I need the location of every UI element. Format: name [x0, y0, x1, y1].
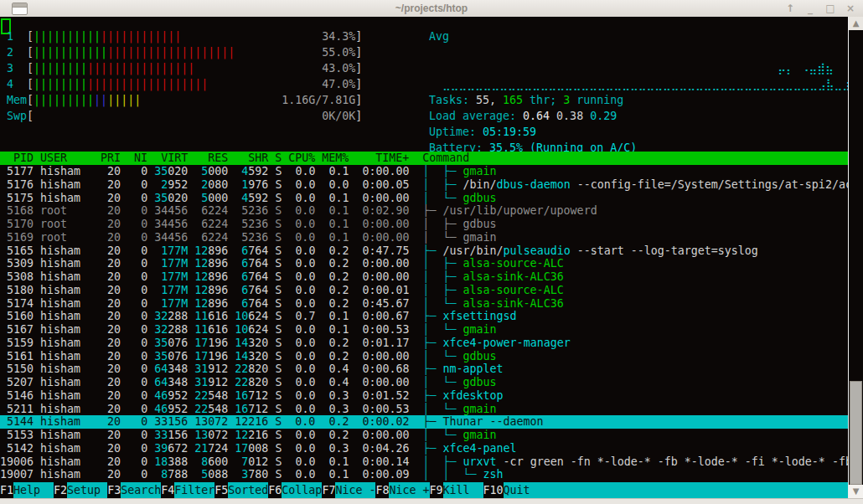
- scrollbar[interactable]: ▲ ▼: [848, 17, 863, 498]
- command-name: gdbus: [463, 350, 497, 363]
- fkey-f9[interactable]: F9: [430, 482, 443, 498]
- tree-branch: │ │ └─: [423, 468, 483, 481]
- fkey-label-sorted[interactable]: Sorted: [228, 482, 268, 498]
- window-title: ~/projects/htop: [0, 3, 863, 14]
- command-name: xfce4-power-manager: [443, 337, 571, 349]
- command-args: --daemon: [483, 415, 544, 428]
- table-row[interactable]: 5175 hisham 20 0 35020 5000 4592 S 0.0 0…: [0, 192, 848, 205]
- fkey-label-setup[interactable]: Setup: [67, 482, 107, 498]
- close-button[interactable]: ×: [845, 0, 856, 17]
- fkey-f1[interactable]: F1: [0, 482, 13, 498]
- command-args: -cr green -fn *-lode-* -fb *-lode-* -fi …: [497, 455, 848, 468]
- fkey-f7[interactable]: F7: [322, 482, 335, 498]
- table-row[interactable]: 5168 root 20 0 34456 6224 5236 S 0.0 0.1…: [0, 204, 848, 218]
- tree-branch: ├─: [423, 337, 443, 349]
- command-name: alsa-source-ALC: [463, 257, 564, 270]
- table-row[interactable]: 5153 hisham 20 0 33156 13072 12216 S 0.0…: [0, 429, 848, 442]
- window-icon: [12, 3, 28, 15]
- tree-branch: │ └─: [423, 297, 463, 310]
- table-row[interactable]: 5180 hisham 20 0 177M 12896 6764 S 0.0 0…: [0, 284, 848, 297]
- fkey-label-help[interactable]: Help: [13, 482, 54, 498]
- fkey-f2[interactable]: F2: [54, 482, 67, 498]
- table-row[interactable]: 5207 hisham 20 0 64348 31912 22820 S 0.0…: [0, 376, 848, 389]
- scrollbar-thumb[interactable]: [850, 381, 862, 485]
- table-row[interactable]: 19007 hisham 20 0 8788 5088 3780 S 0.0 0…: [0, 468, 848, 481]
- table-row[interactable]: 5161 hisham 20 0 35076 17196 14320 S 0.0…: [0, 350, 848, 363]
- terminal-content: 1 [|||||||||||||||||||||| 34.3%] 2 [||||…: [0, 17, 848, 498]
- load-average-line: Load average: 0.64 0.38 0.29: [429, 108, 848, 124]
- meter-1: 1 [|||||||||||||||||||||| 34.3%]: [0, 28, 362, 44]
- fkey-label-quit[interactable]: Quit: [504, 482, 544, 498]
- command-name: alsa-sink-ALC36: [463, 297, 564, 310]
- tree-branch: │ ├─: [423, 178, 463, 191]
- fkey-f10[interactable]: F10: [483, 482, 504, 498]
- table-row[interactable]: 5176 hisham 20 0 2952 2080 1976 S 0.0 0.…: [0, 178, 848, 192]
- table-row[interactable]: 5308 hisham 20 0 177M 12896 6764 S 0.0 0…: [0, 270, 848, 284]
- tree-branch: │ ├─: [422, 218, 463, 230]
- header-right-column: Avg ⡤⡄ ⠠⣤⣾⣦ ⣀⣀⣀⣀⣀⣀⣀⣀⣀⣀⣀⣀⣀⣀⣀⣀⣀⣀⣀⣀⣀⣀⣀⣀⣀⣀⣀⣀…: [429, 28, 848, 156]
- table-row[interactable]: 5309 hisham 20 0 177M 12896 6764 S 0.0 0…: [0, 257, 848, 270]
- scrollbar-up-arrow-icon[interactable]: ▲: [849, 17, 863, 30]
- cpu-history-graph-baseline: ⣀⣀⣀⣀⣀⣀⣀⣀⣀⣀⣀⣀⣀⣀⣀⣀⣀⣀⣀⣀⣀⣀⣀⣀⣀⣀⣀⣀⣀⣀⣀⣀⣀⣀⣀⣀⣀⣀⣀⣀…: [429, 76, 848, 92]
- table-row[interactable]: 5177 hisham 20 0 35020 5000 4592 S 0.0 0…: [0, 165, 848, 178]
- title-bar[interactable]: ~/projects/htop ↑_□×: [0, 0, 863, 17]
- table-row[interactable]: 5159 hisham 20 0 35076 17196 14320 S 0.0…: [0, 337, 848, 350]
- command-name: zsh: [483, 468, 504, 481]
- command-name: alsa-sink-ALC36: [463, 270, 564, 283]
- fkey-label-collap[interactable]: Collap: [282, 482, 322, 498]
- tree-branch: ├─: [423, 244, 443, 257]
- fkey-f4[interactable]: F4: [161, 482, 174, 498]
- command-name: gmain: [463, 403, 497, 415]
- tree-branch: ├─: [423, 442, 443, 455]
- cpu-history-graph-top: ⡤⡄ ⠠⣤⣾⣦: [429, 60, 848, 76]
- tasks-line: Tasks: 55, 165 thr; 3 running: [429, 92, 848, 108]
- minimize-button[interactable]: _: [804, 0, 816, 17]
- window-bottom-edge: [0, 498, 863, 504]
- terminal-window: ~/projects/htop ↑_□× 1 [||||||||||||||||…: [0, 0, 863, 504]
- command-name: urxvt: [463, 455, 497, 468]
- table-row[interactable]: 5165 hisham 20 0 177M 12896 6764 S 0.0 0…: [0, 244, 848, 258]
- process-table-header[interactable]: PID USER PRI NI VIRT RES SHR S CPU% MEM%…: [0, 152, 848, 165]
- fkey-f5[interactable]: F5: [214, 482, 228, 498]
- command-args: --config-file=/System/Settings/at-spi2/a…: [571, 178, 848, 191]
- shade-button[interactable]: ↑: [784, 0, 796, 17]
- tree-branch: │ └─: [422, 231, 463, 244]
- fkey-f3[interactable]: F3: [107, 482, 121, 498]
- cpu-mem-meters: 1 [|||||||||||||||||||||| 34.3%] 2 [||||…: [0, 28, 362, 124]
- table-row[interactable]: 5211 hisham 20 0 46952 22548 16712 S 0.0…: [0, 403, 848, 416]
- fkey-label-filter[interactable]: Filter: [174, 482, 214, 498]
- tree-branch: │ ├─: [423, 270, 463, 283]
- tree-branch: │ └─: [423, 403, 463, 415]
- command-name: alsa-source-ALC: [463, 284, 564, 296]
- fkey-f6[interactable]: F6: [268, 482, 282, 498]
- table-row[interactable]: 5144 hisham 20 0 33156 13072 12216 S 0.0…: [0, 415, 848, 429]
- table-row[interactable]: 5146 hisham 20 0 46952 22548 16712 S 0.0…: [0, 389, 848, 403]
- table-row[interactable]: 5142 hisham 20 0 39672 21724 17008 S 0.0…: [0, 442, 848, 455]
- command-name: gmain: [463, 429, 497, 441]
- scrollbar-down-arrow-icon[interactable]: ▼: [849, 485, 863, 498]
- fkey-label-kill[interactable]: Kill: [443, 482, 483, 498]
- table-row[interactable]: 5167 hisham 20 0 32288 11616 10624 S 0.0…: [0, 323, 848, 337]
- uptime-line: Uptime: 05:19:59: [429, 124, 848, 140]
- command-name: /usr/lib/upower/upowerd: [443, 204, 597, 217]
- fkey-label-nice-[interactable]: Nice +: [389, 482, 429, 498]
- avg-label: Avg: [429, 28, 848, 44]
- table-row[interactable]: 5150 hisham 20 0 64348 31912 22820 S 0.0…: [0, 363, 848, 376]
- table-row[interactable]: 5174 hisham 20 0 177M 12896 6764 S 0.0 0…: [0, 297, 848, 311]
- fkey-f8[interactable]: F8: [375, 482, 389, 498]
- function-key-bar: F1Help F2Setup F3SearchF4FilterF5SortedF…: [0, 482, 848, 498]
- table-row[interactable]: 19006 hisham 20 0 18388 8600 7012 S 0.0 …: [0, 455, 848, 469]
- command-name: gmain: [463, 165, 497, 177]
- maximize-button[interactable]: □: [824, 0, 836, 17]
- meter-2: 2 [|||||||||||||||||||||||||||||| 55.0%]: [0, 44, 362, 60]
- tree-branch: ├─: [422, 415, 442, 428]
- table-row[interactable]: 5170 root 20 0 34456 6224 5236 S 0.0 0.1…: [0, 218, 848, 231]
- meter-mem: Mem[|||||||||||||||| 1.16G/7.81G]: [0, 92, 362, 108]
- fkey-label-search[interactable]: Search: [121, 482, 161, 498]
- table-row[interactable]: 5169 root 20 0 34456 6224 5236 S 0.0 0.1…: [0, 231, 848, 244]
- tree-branch: │ └─: [423, 192, 463, 204]
- command-name: Thunar: [443, 415, 483, 428]
- table-row[interactable]: 5160 hisham 20 0 32288 11616 10624 S 0.7…: [0, 310, 848, 323]
- command-path: /bin/: [463, 178, 497, 191]
- fkey-label-nice-[interactable]: Nice -: [335, 482, 375, 498]
